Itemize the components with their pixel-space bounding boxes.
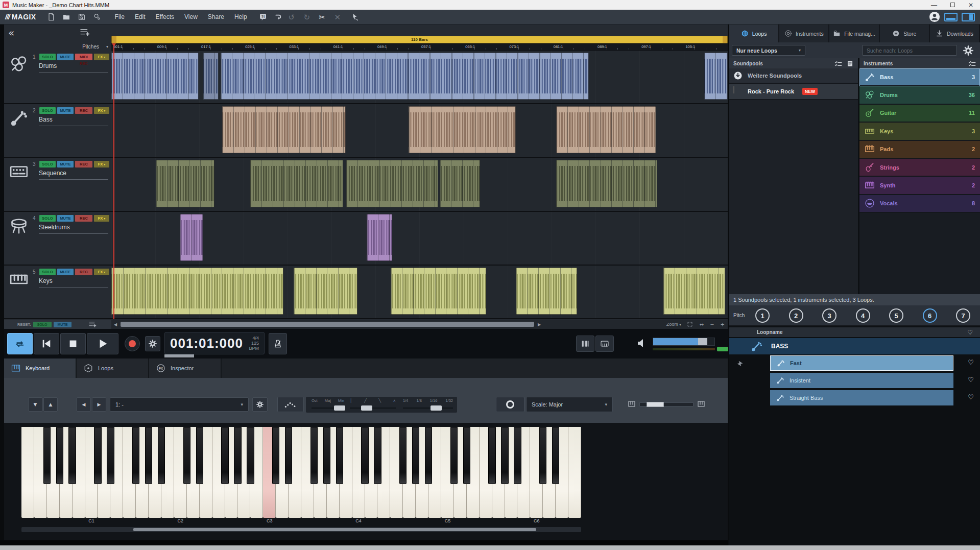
tab-inspector[interactable]: FXInspector <box>149 358 222 378</box>
rec-button[interactable]: REC <box>75 161 92 168</box>
keyboard-scrollbar[interactable] <box>21 527 581 532</box>
pitches-dropdown[interactable]: Pitches▾ <box>82 44 108 50</box>
black-key[interactable] <box>514 427 521 484</box>
audio-clip[interactable] <box>556 160 657 207</box>
black-key[interactable] <box>539 427 546 484</box>
track-lane-keys[interactable] <box>111 266 728 319</box>
add-track-icon[interactable] <box>88 321 98 328</box>
arp-option[interactable]: Maj <box>325 398 331 403</box>
audio-clip[interactable] <box>704 53 728 100</box>
tab-loops[interactable]: Loops <box>77 358 149 378</box>
instrument-drums[interactable]: Drums36 <box>859 86 980 104</box>
arp-direction-slider[interactable]: │╱╲∧ <box>350 398 396 412</box>
scroll-left-icon[interactable]: ◀ <box>111 322 119 327</box>
audio-clip[interactable] <box>180 214 203 261</box>
help-badge-icon[interactable]: ?! <box>256 11 270 22</box>
arp-rate-slider[interactable]: 1/41/81/161/32 <box>403 398 453 412</box>
instrument-strings[interactable]: Strings2 <box>859 159 980 177</box>
audio-clip[interactable] <box>222 106 345 153</box>
audio-clip[interactable] <box>294 268 357 315</box>
horizontal-scrollbar[interactable]: ◀ ▶ Zoom ▾ ↔ − + <box>111 320 728 329</box>
favorite-heart-icon[interactable]: ♡ <box>968 393 974 401</box>
favorites-heart-icon[interactable]: ♡ <box>967 329 973 336</box>
track-lane-sequence[interactable] <box>111 158 728 211</box>
menu-help[interactable]: Help <box>229 10 252 24</box>
screen-keyboard-icon[interactable] <box>595 336 614 352</box>
pitch-2[interactable]: 2 <box>789 308 803 323</box>
master-volume-slider[interactable] <box>653 338 715 346</box>
export-icon[interactable] <box>90 11 104 22</box>
tab-file-manag-[interactable]: File manag... <box>829 25 879 42</box>
details-icon[interactable] <box>846 60 854 67</box>
layout-bottom-icon[interactable] <box>944 13 958 21</box>
mute-button[interactable]: MUTE <box>57 54 74 60</box>
loop-button[interactable] <box>7 333 33 354</box>
rewind-start-button[interactable] <box>34 333 59 354</box>
play-button[interactable] <box>87 333 118 354</box>
metronome-icon[interactable] <box>269 333 287 354</box>
tab-instruments[interactable]: Instruments <box>779 25 829 42</box>
audio-clip[interactable] <box>409 106 516 153</box>
zoom-label[interactable]: Zoom ▾ <box>666 322 681 327</box>
audio-clip[interactable] <box>556 106 656 153</box>
maximize-button[interactable] <box>943 0 962 10</box>
fx-button[interactable]: FX ▾ <box>94 54 109 60</box>
audio-clip[interactable] <box>440 160 480 207</box>
multiselect-icon[interactable] <box>968 60 976 67</box>
audio-clip[interactable] <box>367 214 393 261</box>
audio-clip[interactable] <box>203 53 219 100</box>
arp-option[interactable]: 1/32 <box>445 398 453 403</box>
arp-range-slider[interactable]: OctMajMin <box>312 398 344 412</box>
scissors-icon[interactable]: ✂ <box>318 11 331 22</box>
tab-loops[interactable]: Loops <box>729 25 779 42</box>
zoom-in-icon[interactable]: + <box>721 322 725 327</box>
black-key[interactable] <box>132 427 139 484</box>
fx-button[interactable]: FX ▾ <box>94 107 109 114</box>
black-key[interactable] <box>310 427 318 484</box>
tab-downloads[interactable]: Downloads <box>930 25 980 42</box>
reset-solo-button[interactable]: SOLO <box>33 322 52 327</box>
black-key[interactable] <box>463 427 470 484</box>
solo-button[interactable]: SOLO <box>39 161 56 168</box>
loop-range-bar[interactable]: 110 Bars <box>111 36 728 43</box>
record-button[interactable] <box>125 336 140 351</box>
redo-icon[interactable]: ↻ <box>302 11 316 22</box>
reset-mute-button[interactable]: MUTE <box>54 322 72 327</box>
arrange-icon[interactable] <box>272 11 285 22</box>
stop-button[interactable] <box>60 333 86 354</box>
black-key[interactable] <box>552 427 559 484</box>
keyboard-settings-icon[interactable] <box>252 397 268 412</box>
arp-option[interactable]: ∧ <box>393 398 396 403</box>
open-folder-icon[interactable] <box>60 11 73 22</box>
rec-button[interactable]: REC <box>75 215 92 222</box>
pitch-5[interactable]: 5 <box>889 308 903 323</box>
audio-clip[interactable] <box>663 268 725 315</box>
new-file-icon[interactable] <box>44 11 58 22</box>
arp-option[interactable]: │ <box>350 398 352 403</box>
octave-down-button[interactable]: ▼ <box>28 397 42 412</box>
cursor-tool-icon[interactable] <box>348 11 362 22</box>
black-key[interactable] <box>412 427 419 484</box>
audio-clip[interactable] <box>111 53 199 100</box>
track-header-keys[interactable]: 5SOLOMUTERECFX ▾Keys <box>4 266 111 319</box>
midi-keyboard-icon[interactable] <box>576 336 594 352</box>
mute-button[interactable]: MUTE <box>57 269 74 275</box>
soundpool-item[interactable]: Weitere Soundpools <box>729 68 858 84</box>
mute-button[interactable]: MUTE <box>57 107 74 114</box>
black-key[interactable] <box>68 427 76 484</box>
black-key[interactable] <box>450 427 458 484</box>
black-key[interactable] <box>145 427 152 484</box>
arp-option[interactable]: Oct <box>312 398 318 403</box>
prev-chord-button[interactable]: ◀ <box>77 397 91 412</box>
black-key[interactable] <box>247 427 254 484</box>
black-key[interactable] <box>361 427 368 484</box>
arpeggiator-icon[interactable] <box>277 397 304 412</box>
loop-group-bass[interactable]: BASS <box>729 338 980 354</box>
arp-option[interactable]: 1/8 <box>416 398 421 403</box>
multiselect-icon[interactable] <box>834 60 842 67</box>
pitch-7[interactable]: 7 <box>956 308 970 323</box>
scrollbar-handle[interactable] <box>121 322 534 327</box>
black-key[interactable] <box>183 427 190 484</box>
track-header-steeldrums[interactable]: 4SOLOMUTERECFX ▾Steeldrums <box>4 212 111 266</box>
fit-view-icon[interactable] <box>686 321 694 327</box>
